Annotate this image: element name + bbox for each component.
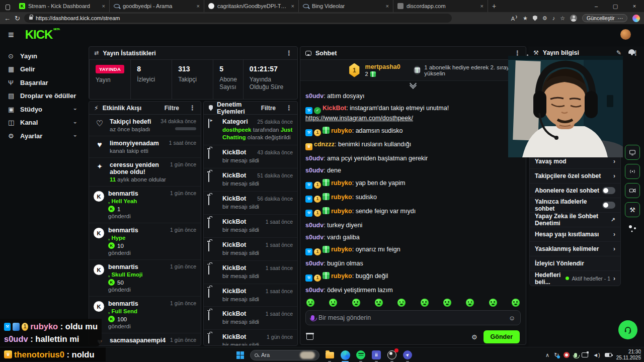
- kebab-menu-icon[interactable]: [189, 104, 196, 112]
- settings-menu-row[interactable]: Yapay Zeka ile Sohbet Denetimi: [530, 213, 620, 227]
- browser-profile-avatar[interactable]: [570, 15, 577, 22]
- toggle-switch[interactable]: [602, 187, 615, 194]
- more-apps-icon[interactable]: [628, 224, 637, 232]
- tools-wrench-button[interactable]: ⚒: [625, 202, 640, 217]
- clock[interactable]: 21:30 25.11.2025: [616, 349, 641, 361]
- minimize-button[interactable]: –: [587, 0, 606, 12]
- activity-item[interactable]: sacmasapanempi4 kanalı takip etti 1 gün …: [89, 333, 201, 346]
- chat-username[interactable]: s0udv: [305, 167, 324, 174]
- moderation-item[interactable]: KickBot 1 saat önce bir mesajı sildi: [204, 284, 297, 307]
- chat-username[interactable]: KickBot: [323, 105, 346, 112]
- toggle-switch[interactable]: [602, 202, 615, 209]
- chat-username[interactable]: s0udv: [305, 155, 324, 162]
- tab-close-icon[interactable]: [291, 3, 294, 9]
- emote-icon[interactable]: [306, 299, 314, 307]
- emote-icon[interactable]: [443, 299, 451, 307]
- read-aloud-icon[interactable]: A❩: [511, 15, 518, 22]
- hamburger-menu-icon[interactable]: ≡: [8, 29, 14, 41]
- sidebar-item[interactable]: ⚙ Ayarlar: [4, 129, 80, 143]
- settings-menu-row[interactable]: Abonelere özel sohbet: [530, 184, 620, 198]
- edit-pencil-icon[interactable]: [616, 49, 621, 56]
- tab-close-icon[interactable]: [102, 3, 105, 9]
- support-headset-button[interactable]: [618, 320, 637, 339]
- browser-tab[interactable]: discordapp.com: [393, 0, 488, 12]
- browser-tab[interactable]: cagritaskn/GoodbyeDPI-Turkey: G: [204, 0, 299, 12]
- chat-username[interactable]: rubyko: [331, 194, 352, 201]
- gift-leaderboard[interactable]: 1 mertpasha0 2 1 abonelik hediye ederek …: [300, 60, 526, 81]
- tray-expand-icon[interactable]: ∧: [545, 352, 549, 358]
- address-bar[interactable]: https://dashboard.kick.com/stream: [24, 14, 452, 23]
- obs-icon[interactable]: [386, 349, 397, 360]
- tab-close-icon[interactable]: [480, 3, 484, 9]
- emoji-picker-icon[interactable]: [509, 314, 515, 322]
- chat-username[interactable]: s0udv: [305, 260, 324, 267]
- activity-item[interactable]: Takipçi hedefi az önce başladı 34 dakika…: [89, 115, 201, 136]
- show-desktop-strip[interactable]: [640, 351, 641, 358]
- activity-item[interactable]: ceressu yeniden abone oldu! 11 aylık abo…: [89, 158, 201, 187]
- chat-settings-gear-icon[interactable]: [471, 333, 477, 341]
- settings-menu-row[interactable]: Hesap yaşı kısıtlaması: [530, 227, 620, 242]
- chat-username[interactable]: rubyko: [331, 246, 352, 253]
- new-tab-button[interactable]: [488, 0, 500, 12]
- kebab-menu-icon[interactable]: [286, 49, 292, 57]
- tray-microphone-icon[interactable]: [574, 353, 577, 357]
- tab-workspaces-icon[interactable]: [0, 2, 15, 12]
- settings-menu-row[interactable]: Yasaklanmış kelimeler: [530, 242, 620, 256]
- filter-button[interactable]: Filtre: [165, 105, 179, 112]
- refresh-button[interactable]: ↻: [15, 15, 20, 22]
- browser-tab[interactable]: Bing Videolar: [299, 0, 393, 12]
- emote-icon[interactable]: [466, 299, 474, 307]
- settings-menu-row[interactable]: Takipçilere özel sohbet: [530, 169, 620, 184]
- activity-item[interactable]: benmartis , Hype 10 gönderdi 1 gün önce: [89, 223, 201, 260]
- kebab-menu-icon[interactable]: [286, 104, 292, 112]
- moderation-item[interactable]: KickBot 1 saat önce bir mesajı sildi: [204, 307, 297, 330]
- moderation-item[interactable]: KickBot 1 saat önce bir mesajı sildi: [204, 261, 297, 284]
- moderation-item[interactable]: KickBot 43 dakika önce bir mesajı sildi: [204, 145, 297, 168]
- collections-icon[interactable]: ☆: [560, 15, 565, 22]
- moderation-item[interactable]: KickBot 1 saat önce bir mesajı sildi: [204, 215, 297, 238]
- chat-username[interactable]: rubyko: [331, 208, 352, 215]
- maximize-button[interactable]: ▢: [606, 0, 625, 12]
- extensions-icon[interactable]: ⚙: [542, 15, 547, 22]
- browser-tab[interactable]: Stream - Kick Dashboard: [15, 0, 110, 12]
- moderation-item[interactable]: KickBot 1 saat önce bir mesajı sildi: [204, 238, 297, 261]
- taskbar-search[interactable]: Ara: [250, 350, 319, 360]
- settings-menu-row[interactable]: İzleyici Yönlendir: [530, 256, 620, 271]
- sidebar-item[interactable]: ⊙ Yayın: [4, 49, 80, 63]
- chat-username[interactable]: rubyko: [331, 179, 352, 187]
- emote-icon[interactable]: [352, 299, 360, 307]
- collapse-chevron-icon[interactable]: [409, 83, 417, 88]
- chat-username[interactable]: s0udv: [305, 93, 324, 100]
- sidebar-item[interactable]: ▤ Droplar ve ödüller: [4, 89, 80, 103]
- emote-icon[interactable]: [397, 299, 406, 307]
- display-icon[interactable]: [582, 352, 588, 357]
- moderation-item[interactable]: KickBot 1 gün önce bir mesajı sildi: [204, 330, 297, 346]
- moderation-item[interactable]: KickBot 56 dakika önce bir mesajı sildi: [204, 192, 297, 215]
- clip-button[interactable]: [625, 183, 640, 198]
- recording-status-icon[interactable]: [564, 352, 570, 358]
- update-button[interactable]: Güncelleştir⋯: [582, 14, 627, 22]
- microphone-icon[interactable]: [311, 315, 314, 320]
- kick-logo[interactable]: KICKBETA: [25, 28, 60, 42]
- chat-username[interactable]: rubyko: [331, 273, 352, 280]
- favorite-star-icon[interactable]: ★: [523, 15, 528, 22]
- chat-username[interactable]: rubyko: [331, 127, 352, 134]
- volume-icon[interactable]: ◄): [593, 352, 600, 358]
- sidebar-item[interactable]: Ψ Başarılar: [4, 76, 80, 89]
- drag-handle-icon[interactable]: ⇄: [94, 50, 99, 56]
- broadcast-button[interactable]: [625, 164, 640, 179]
- teams-icon[interactable]: ii: [371, 349, 382, 360]
- bell-icon[interactable]: [628, 49, 635, 54]
- activity-item[interactable]: benmartis , Skull Emoji 50 gönderdi 1 gü…: [89, 260, 201, 297]
- filter-button[interactable]: Filtre: [261, 105, 276, 112]
- chat-username[interactable]: s0udv: [305, 222, 324, 229]
- sidebar-item[interactable]: ▦ Gelir: [4, 63, 80, 76]
- settings-menu-row[interactable]: Yalnızca ifadelerle sohbet: [530, 198, 620, 213]
- browser-tab[interactable]: goodbyedpi - Arama: [110, 0, 204, 12]
- screen-share-button[interactable]: [625, 145, 640, 160]
- file-explorer-icon[interactable]: [324, 349, 335, 360]
- start-button[interactable]: [234, 349, 246, 360]
- discord-icon[interactable]: [402, 349, 413, 360]
- chat-username[interactable]: s0udv: [305, 287, 324, 294]
- shield-icon[interactable]: [533, 16, 537, 21]
